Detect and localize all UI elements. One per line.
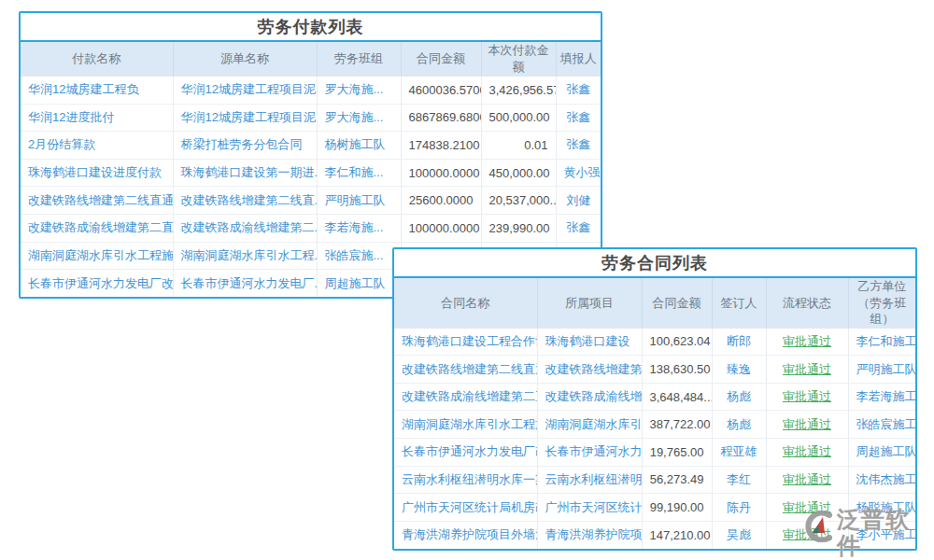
cell-labor-team[interactable]: 李仁和施... — [317, 159, 401, 187]
cell-payment-name[interactable]: 2月份结算款 — [21, 132, 173, 160]
cell-party-b[interactable]: 李若海施工队 — [848, 383, 915, 411]
cell-reporter[interactable]: 刘健 — [556, 187, 601, 215]
cell-project[interactable]: 珠海鹤港口建设 — [537, 328, 642, 356]
table-row: 改建铁路线增建第二线直通...改建铁路线增建第...138,630.50臻逸审批… — [394, 356, 915, 384]
cell-source-name[interactable]: 长春市伊通河水力发电厂... — [173, 270, 317, 298]
cell-payment-amount: 20,537,000... — [481, 187, 556, 215]
cell-contract-amount: 25600.0000 — [401, 187, 481, 215]
cell-source-name[interactable]: 华润12城房建工程项目泥... — [173, 104, 317, 132]
cell-contract-amount: 19,765.00 — [642, 439, 712, 467]
table-row: 改建铁路成渝线增建第二直...改建铁路成渝线增建第二...李若海施...1000… — [21, 214, 601, 242]
header-row: 付款名称源单名称劳务班组合同金额本次付款金额填报人 — [21, 42, 601, 77]
cell-project[interactable]: 广州市天河区统计... — [537, 494, 642, 522]
cell-contract-amount: 147,210.00 — [642, 521, 712, 549]
cell-payment-amount: 239,990.00 — [481, 214, 556, 242]
cell-source-name[interactable]: 珠海鹤港口建设第一期进... — [173, 159, 317, 187]
cell-source-name[interactable]: 改建铁路成渝线增建第二... — [173, 214, 317, 242]
cell-flow-status[interactable]: 审批通过 — [766, 328, 848, 356]
table-row: 改建铁路线增建第二线直通...改建铁路线增建第二线直...严明施工队25600.… — [21, 187, 601, 215]
table-row: 广州市天河区统计局机房改...广州市天河区统计...99,190.00陈丹审批通… — [394, 494, 915, 522]
cell-flow-status[interactable]: 审批通过 — [766, 521, 848, 549]
cell-signer[interactable]: 昊彪 — [712, 521, 766, 549]
cell-reporter[interactable]: 黄小强 — [556, 159, 601, 187]
cell-contract-name[interactable]: 改建铁路线增建第二线直通... — [394, 356, 537, 384]
cell-contract-amount: 3,648,484... — [642, 383, 712, 411]
cell-project[interactable]: 云南水利枢纽潜明... — [537, 466, 642, 494]
cell-flow-status[interactable]: 审批通过 — [766, 466, 848, 494]
cell-party-b[interactable]: 杨聪施工队 — [848, 494, 915, 522]
table-row: 华润12城房建工程负华润12城房建工程项目泥...罗大海施...4600036.… — [21, 77, 601, 105]
cell-flow-status[interactable]: 审批通过 — [766, 494, 848, 522]
cell-source-name[interactable]: 改建铁路线增建第二线直... — [173, 187, 317, 215]
cell-contract-name[interactable]: 长春市伊通河水力发电厂改... — [394, 439, 537, 467]
cell-contract-name[interactable]: 广州市天河区统计局机房改... — [394, 494, 537, 522]
cell-labor-team[interactable]: 张皓宸施... — [317, 242, 401, 270]
cell-party-b[interactable]: 李仁和施工队 — [848, 328, 915, 356]
cell-reporter[interactable]: 张鑫 — [556, 104, 601, 132]
cell-source-name[interactable]: 华润12城房建工程项目泥... — [173, 77, 317, 105]
cell-contract-name[interactable]: 青海洪湖养护院项目外墙涂... — [394, 521, 537, 549]
cell-payment-name[interactable]: 改建铁路线增建第二线直通... — [21, 187, 173, 215]
cell-source-name[interactable]: 湖南洞庭湖水库引水工程... — [173, 242, 317, 270]
cell-signer[interactable]: 杨彪 — [712, 411, 766, 439]
cell-labor-team[interactable]: 罗大海施... — [317, 77, 401, 105]
cell-flow-status[interactable]: 审批通过 — [766, 439, 848, 467]
cell-labor-team[interactable]: 李若海施... — [317, 214, 401, 242]
cell-reporter[interactable]: 张鑫 — [556, 214, 601, 242]
contract-window-title: 劳务合同列表 — [394, 249, 915, 278]
column-header-labor-team: 劳务班组 — [317, 42, 401, 77]
cell-labor-team[interactable]: 严明施工队 — [317, 187, 401, 215]
cell-flow-status[interactable]: 审批通过 — [766, 411, 848, 439]
cell-contract-name[interactable]: 珠海鹤港口建设工程合作协... — [394, 328, 537, 356]
cell-party-b[interactable]: 沈伟杰施工队 — [848, 466, 915, 494]
cell-project[interactable]: 改建铁路成渝线增... — [537, 383, 642, 411]
cell-reporter[interactable]: 张鑫 — [556, 77, 601, 105]
cell-party-b[interactable]: 张皓宸施工队 — [848, 411, 915, 439]
cell-signer[interactable]: 陈丹 — [712, 494, 766, 522]
table-row: 珠海鹤港口建设进度付款珠海鹤港口建设第一期进...李仁和施...100000.0… — [21, 159, 601, 187]
cell-signer[interactable]: 断郎 — [712, 328, 766, 356]
cell-project[interactable]: 青海洪湖养护院项目 — [537, 521, 642, 549]
cell-payment-name[interactable]: 湖南洞庭湖水库引水工程施... — [21, 242, 173, 270]
cell-contract-amount: 99,190.00 — [642, 494, 712, 522]
column-header-source-name: 源单名称 — [173, 42, 317, 77]
cell-payment-amount: 450,000.00 — [481, 159, 556, 187]
cell-payment-amount: 500,000.00 — [481, 104, 556, 132]
payment-window-title: 劳务付款列表 — [21, 13, 601, 42]
cell-signer[interactable]: 臻逸 — [712, 356, 766, 384]
cell-contract-amount: 100,623.04 — [642, 328, 712, 356]
cell-contract-amount: 100000.0000 — [401, 159, 481, 187]
cell-labor-team[interactable]: 罗大海施... — [317, 104, 401, 132]
cell-party-b[interactable]: 李小平施工队 — [848, 521, 915, 549]
cell-party-b[interactable]: 周超施工队 — [848, 439, 915, 467]
cell-signer[interactable]: 程亚雄 — [712, 439, 766, 467]
cell-contract-name[interactable]: 云南水利枢纽潜明水库一期... — [394, 466, 537, 494]
column-header-contract-name: 合同名称 — [394, 278, 537, 328]
cell-contract-name[interactable]: 湖南洞庭湖水库引水工程施... — [394, 411, 537, 439]
cell-labor-team[interactable]: 杨树施工队 — [317, 132, 401, 160]
cell-reporter[interactable]: 张鑫 — [556, 132, 601, 160]
cell-contract-amount: 4600036.5700 — [401, 77, 481, 105]
cell-project[interactable]: 改建铁路线增建第... — [537, 356, 642, 384]
table-row: 改建铁路成渝线增建第二直...改建铁路成渝线增...3,648,484...杨彪… — [394, 383, 915, 411]
cell-flow-status[interactable]: 审批通过 — [766, 356, 848, 384]
cell-payment-name[interactable]: 改建铁路成渝线增建第二直... — [21, 214, 173, 242]
cell-project[interactable]: 湖南洞庭湖水库引... — [537, 411, 642, 439]
cell-signer[interactable]: 杨彪 — [712, 383, 766, 411]
column-header-payment-name: 付款名称 — [21, 42, 173, 77]
column-header-party-b: 乙方单位（劳务班组） — [848, 278, 915, 328]
cell-labor-team[interactable]: 周超施工队 — [317, 270, 401, 298]
cell-payment-name[interactable]: 华润12城房建工程负 — [21, 77, 173, 105]
column-header-reporter: 填报人 — [556, 42, 601, 77]
cell-payment-name[interactable]: 珠海鹤港口建设进度付款 — [21, 159, 173, 187]
cell-payment-amount: 0.01 — [481, 132, 556, 160]
cell-flow-status[interactable]: 审批通过 — [766, 383, 848, 411]
cell-payment-amount: 3,426,956.57 — [481, 77, 556, 105]
cell-signer[interactable]: 李红 — [712, 466, 766, 494]
cell-payment-name[interactable]: 华润12进度批付 — [21, 104, 173, 132]
cell-source-name[interactable]: 桥梁打桩劳务分包合同 — [173, 132, 317, 160]
cell-contract-name[interactable]: 改建铁路成渝线增建第二直... — [394, 383, 537, 411]
cell-party-b[interactable]: 严明施工队 — [848, 356, 915, 384]
cell-payment-name[interactable]: 长春市伊通河水力发电厂改... — [21, 270, 173, 298]
cell-project[interactable]: 长春市伊通河水力... — [537, 439, 642, 467]
